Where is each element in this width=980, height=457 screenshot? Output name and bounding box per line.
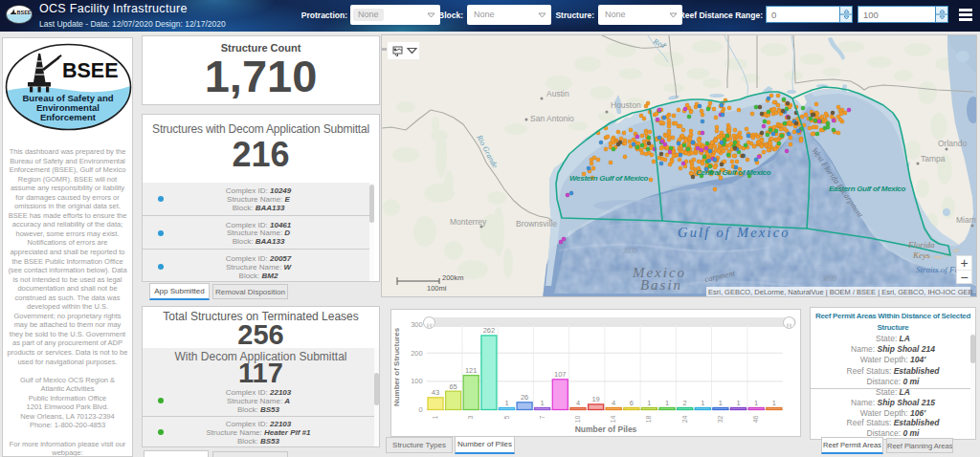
svg-text:32: 32: [717, 415, 724, 423]
svg-text:19: 19: [591, 395, 599, 403]
svg-text:65: 65: [449, 382, 457, 391]
svg-text:26: 26: [521, 393, 528, 402]
svg-text:1: 1: [665, 399, 669, 407]
svg-text:0: 0: [419, 405, 423, 414]
svg-text:1: 1: [504, 399, 508, 407]
svg-text:BSEE: BSEE: [62, 59, 119, 82]
svg-text:1: 1: [754, 399, 758, 407]
svg-text:24: 24: [681, 415, 688, 423]
svg-text:Brownsville: Brownsville: [516, 219, 557, 228]
svg-text:Houston: Houston: [611, 100, 641, 110]
svg-text:Monterrey: Monterrey: [450, 217, 487, 227]
svg-text:100mi: 100mi: [427, 284, 447, 293]
svg-text:5: 5: [503, 415, 510, 419]
svg-text:Austin: Austin: [546, 89, 569, 98]
svg-text:46: 46: [752, 415, 759, 423]
svg-text:Esri, GEBCO, DeLorme, NaturalV: Esri, GEBCO, DeLorme, NaturalVue | BOEM …: [708, 288, 976, 296]
svg-text:7: 7: [539, 415, 546, 419]
svg-text:1: 1: [772, 399, 776, 407]
svg-text:4: 4: [576, 399, 580, 407]
svg-text:18: 18: [645, 415, 652, 423]
svg-text:1: 1: [736, 399, 740, 407]
svg-text:4: 4: [612, 399, 615, 407]
svg-text:107: 107: [554, 370, 567, 379]
svg-text:Western Gulf of Mexico: Western Gulf of Mexico: [569, 174, 649, 183]
svg-text:Central Gulf of Mexico: Central Gulf of Mexico: [696, 168, 771, 177]
svg-text:Orlando: Orlando: [938, 139, 968, 148]
svg-text:Number of Piles: Number of Piles: [575, 424, 637, 434]
svg-text:100: 100: [411, 377, 423, 385]
svg-text:6: 6: [630, 399, 634, 407]
svg-text:10: 10: [574, 415, 581, 423]
svg-text:Miami: Miami: [956, 215, 976, 225]
svg-text:14: 14: [610, 415, 616, 423]
svg-text:Gulf of Mexico: Gulf of Mexico: [678, 225, 791, 240]
svg-text:3899: 3899: [821, 274, 836, 283]
svg-text:300: 300: [411, 320, 423, 329]
svg-text:Number of Structures: Number of Structures: [392, 327, 401, 406]
svg-text:1: 1: [647, 399, 651, 407]
svg-text:1: 1: [701, 399, 704, 407]
svg-text:262: 262: [483, 326, 496, 335]
svg-text:1: 1: [541, 399, 545, 407]
svg-text:San Antonio: San Antonio: [530, 114, 574, 123]
svg-text:3939: 3939: [622, 247, 637, 255]
svg-text:200: 200: [411, 349, 423, 358]
svg-text:1: 1: [432, 415, 438, 419]
svg-text:2: 2: [683, 399, 687, 407]
svg-text:Enforcement: Enforcement: [40, 112, 97, 122]
svg-text:43: 43: [432, 388, 439, 397]
svg-text:Tampa: Tampa: [921, 154, 946, 163]
svg-text:1: 1: [719, 399, 723, 407]
svg-text:121: 121: [465, 366, 478, 375]
svg-text:200km: 200km: [442, 273, 464, 282]
svg-text:3: 3: [467, 415, 474, 419]
svg-text:MexicoBasin: MexicoBasin: [632, 265, 686, 293]
svg-text:BSEE: BSEE: [17, 10, 32, 15]
